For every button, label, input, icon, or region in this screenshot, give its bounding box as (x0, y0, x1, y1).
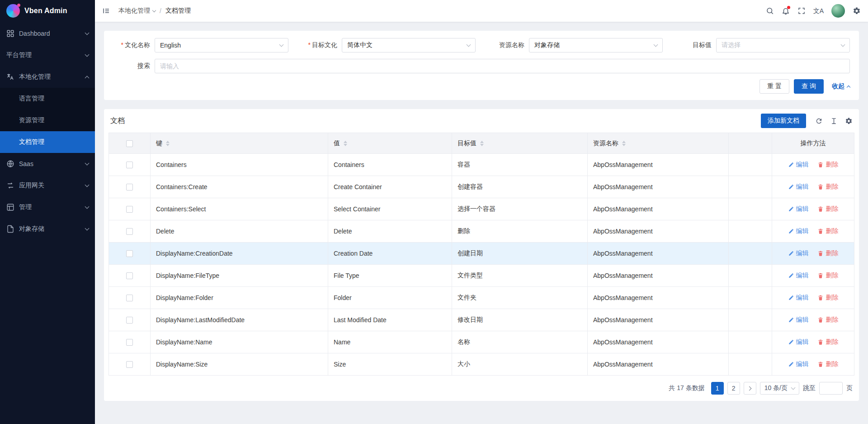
cell-empty (729, 309, 772, 331)
cell-target: 创建日期 (452, 243, 588, 265)
chevron-down-icon (791, 386, 796, 390)
required-mark: * (121, 41, 123, 48)
translate-icon[interactable]: 文A (813, 8, 824, 14)
fullscreen-icon[interactable] (797, 7, 806, 15)
row-checkbox[interactable] (126, 206, 133, 213)
sidebar-item-object-storage[interactable]: 对象存储 (0, 218, 95, 240)
edit-button[interactable]: 编辑 (788, 161, 809, 169)
edit-button[interactable]: 编辑 (788, 338, 809, 346)
sidebar-item-language-management[interactable]: 语言管理 (0, 88, 95, 110)
sort-icon[interactable] (622, 141, 626, 146)
delete-button[interactable]: 删除 (817, 161, 838, 169)
row-checkbox[interactable] (126, 361, 133, 368)
page-button-2[interactable]: 2 (727, 382, 740, 395)
row-checkbox[interactable] (126, 162, 133, 168)
logo[interactable]: Vben Admin (0, 0, 95, 22)
cell-empty (729, 265, 772, 287)
target-value-select[interactable]: 请选择 (716, 38, 850, 52)
edit-button[interactable]: 编辑 (788, 183, 809, 191)
refresh-icon[interactable] (815, 117, 823, 125)
resource-select[interactable]: 对象存储 (529, 38, 663, 52)
notification-button[interactable] (782, 7, 790, 15)
jump-page-input[interactable] (819, 382, 843, 395)
cell-key: DisplayName:LastModifiedDate (151, 309, 328, 331)
column-header-key[interactable]: 键 (151, 133, 328, 154)
row-checkbox[interactable] (126, 295, 133, 301)
cell-value: Name (328, 331, 452, 353)
row-checkbox[interactable] (126, 317, 133, 324)
breadcrumb: 本地化管理 / 文档管理 (118, 7, 191, 15)
cell-key: Containers:Select (151, 198, 328, 220)
delete-button[interactable]: 删除 (817, 205, 838, 213)
delete-button[interactable]: 删除 (817, 249, 838, 257)
collapse-link[interactable]: 收起 (832, 82, 850, 91)
sidebar-item-saas[interactable]: Saas (0, 153, 95, 175)
column-header-resource[interactable]: 资源名称 (588, 133, 729, 154)
edit-button[interactable]: 编辑 (788, 227, 809, 235)
sort-icon[interactable] (166, 141, 170, 146)
culture-select[interactable]: English (155, 38, 288, 52)
page-button-1[interactable]: 1 (711, 382, 724, 395)
page-size-select[interactable]: 10 条/页 (760, 382, 799, 395)
delete-button[interactable]: 删除 (817, 227, 838, 235)
sidebar-item-localization[interactable]: 本地化管理 (0, 66, 95, 88)
next-page-button[interactable] (744, 382, 756, 395)
localization-icon (6, 73, 14, 81)
edit-button[interactable]: 编辑 (788, 294, 809, 302)
cell-empty (729, 243, 772, 265)
sidebar-item-gateway[interactable]: 应用网关 (0, 175, 95, 196)
sidebar-item-resource-management[interactable]: 资源管理 (0, 110, 95, 131)
logo-text: Vben Admin (24, 7, 67, 15)
edit-button[interactable]: 编辑 (788, 316, 809, 324)
cell-value: Last Modified Date (328, 309, 452, 331)
delete-button[interactable]: 删除 (817, 294, 838, 302)
column-header-value[interactable]: 值 (328, 133, 452, 154)
edit-button[interactable]: 编辑 (788, 360, 809, 368)
search-input[interactable] (155, 59, 850, 73)
cell-key: DisplayName:FileType (151, 265, 328, 287)
sidebar: Vben Admin Dashboard 平台管理 本地化管理 (0, 0, 95, 424)
delete-button[interactable]: 删除 (817, 272, 838, 280)
table-tools: 添加新文档 (761, 114, 853, 128)
cell-value: File Type (328, 265, 452, 287)
add-document-button[interactable]: 添加新文档 (761, 114, 806, 128)
sort-icon[interactable] (480, 141, 484, 146)
sidebar-item-platform[interactable]: 平台管理 (0, 44, 95, 66)
query-button[interactable]: 查 询 (794, 79, 824, 94)
sort-icon[interactable] (344, 141, 347, 146)
menu-fold-icon[interactable] (102, 7, 110, 15)
table-row: DisplayName:FileType File Type 文件类型 AbpO… (109, 265, 854, 287)
avatar[interactable] (831, 4, 845, 18)
row-checkbox[interactable] (126, 228, 133, 235)
column-settings-gear-icon[interactable] (845, 117, 853, 125)
chevron-down-icon (85, 226, 90, 231)
target-culture-field: *目标文化 简体中文 (300, 38, 476, 52)
delete-button[interactable]: 删除 (817, 316, 838, 324)
edit-button[interactable]: 编辑 (788, 272, 809, 280)
edit-button[interactable]: 编辑 (788, 205, 809, 213)
search-icon[interactable] (766, 7, 774, 15)
cell-value: Delete (328, 220, 452, 243)
table-row: DisplayName:LastModifiedDate Last Modifi… (109, 309, 854, 331)
row-checkbox[interactable] (126, 250, 133, 257)
breadcrumb-parent[interactable]: 本地化管理 (118, 7, 156, 15)
table-row: DisplayName:Name Name 名称 AbpOssManagemen… (109, 331, 854, 353)
settings-gear-icon[interactable] (853, 7, 861, 15)
sidebar-item-dashboard[interactable]: Dashboard (0, 23, 95, 44)
row-checkbox[interactable] (126, 184, 133, 191)
sidebar-item-management[interactable]: 管理 (0, 196, 95, 218)
select-all-checkbox[interactable] (126, 140, 133, 147)
sidebar-item-document-management[interactable]: 文档管理 (0, 131, 95, 153)
row-checkbox[interactable] (126, 272, 133, 279)
saas-icon (6, 160, 14, 168)
row-height-icon[interactable] (830, 117, 838, 125)
cell-value: Create Container (328, 176, 452, 198)
delete-button[interactable]: 删除 (817, 183, 838, 191)
edit-button[interactable]: 编辑 (788, 249, 809, 257)
column-header-target[interactable]: 目标值 (452, 133, 588, 154)
delete-button[interactable]: 删除 (817, 360, 838, 368)
row-checkbox[interactable] (126, 339, 133, 346)
target-culture-select[interactable]: 简体中文 (342, 38, 476, 52)
reset-button[interactable]: 重 置 (760, 79, 789, 94)
delete-button[interactable]: 删除 (817, 338, 838, 346)
